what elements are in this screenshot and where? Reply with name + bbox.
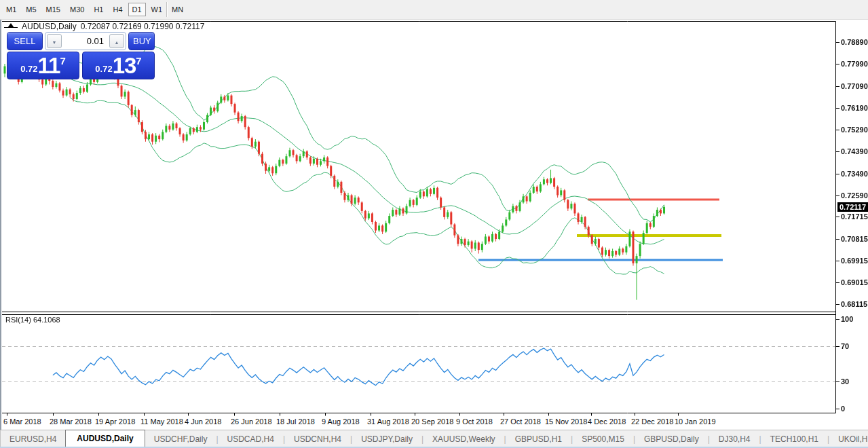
sell-button[interactable]: SELL bbox=[7, 32, 43, 50]
volume-spinner: ▼ 0.01 ▲ bbox=[45, 32, 126, 50]
sell-price-prefix: 0.72 bbox=[20, 64, 37, 74]
price-axis-label: 0.70815 bbox=[841, 235, 868, 243]
rsi-axis-label: 70 bbox=[841, 342, 849, 350]
date-axis-label: 26 Jun 2018 bbox=[231, 417, 272, 426]
buy-price-big: 13 bbox=[113, 56, 136, 76]
one-click-top-row: SELL ▼ 0.01 ▲ BUY bbox=[7, 32, 155, 50]
chart-ohlc-values: 0.72087 0.72169 0.71990 0.72117 bbox=[81, 22, 205, 31]
chevron-up-icon: ▲ bbox=[115, 40, 119, 45]
price-axis-label: 0.69915 bbox=[841, 257, 868, 265]
timeframe-button-mn[interactable]: MN bbox=[168, 3, 187, 16]
date-axis-label: 28 Mar 2018 bbox=[50, 417, 92, 426]
price-axis-label: 0.77990 bbox=[841, 60, 868, 68]
date-axis-label: 22 Dec 2018 bbox=[631, 417, 673, 426]
timeframe-button-m5[interactable]: M5 bbox=[22, 3, 40, 16]
price-axis-label: 0.77090 bbox=[841, 82, 868, 90]
price-axis-label: 0.72590 bbox=[841, 191, 868, 200]
chart-tab-ukoil-h1[interactable]: UKOil,H1 bbox=[829, 430, 868, 447]
price-axis-label: 0.74390 bbox=[841, 147, 868, 155]
price-axis-label: 0.78890 bbox=[841, 38, 868, 46]
timeframe-button-m30[interactable]: M30 bbox=[66, 3, 88, 16]
date-axis[interactable]: 6 Mar 201828 Mar 201819 Apr 201811 May 2… bbox=[0, 416, 837, 430]
buy-price-sup: 7 bbox=[136, 55, 141, 67]
chart-symbol-label: AUDUSD,Daily bbox=[22, 22, 77, 31]
price-axis-label: 0.68115 bbox=[841, 300, 867, 308]
price-axis-label: 0.71715 bbox=[841, 212, 868, 221]
toolbar-divider bbox=[166, 2, 168, 17]
chart-tab-tech100-h1[interactable]: TECH100,H1 bbox=[761, 430, 827, 447]
chart-tab-gbpusd-h1[interactable]: GBPUSD,H1 bbox=[506, 430, 571, 447]
chart-tab-usdcad-h4[interactable]: USDCAD,H4 bbox=[219, 430, 283, 447]
current-price-tag: 0.72117 bbox=[837, 202, 868, 212]
chart-shift-marker-icon bbox=[4, 23, 18, 30]
timeframe-button-h4[interactable]: H4 bbox=[109, 3, 126, 16]
price-axis-label: 0.76190 bbox=[841, 104, 868, 112]
date-axis-label: 11 May 2018 bbox=[140, 417, 183, 426]
date-axis-label: 15 Nov 2018 bbox=[545, 417, 587, 426]
timeframe-button-m1[interactable]: M1 bbox=[2, 3, 20, 16]
window-left-edge bbox=[0, 20, 1, 430]
chart-tab-usdcnh-h4[interactable]: USDCNH,H4 bbox=[285, 430, 350, 447]
date-axis-label: 18 Jul 2018 bbox=[276, 417, 315, 426]
timeframe-toolbar: M1M5M15M30H1H4D1W1MN bbox=[0, 0, 868, 20]
date-axis-label: 4 Dec 2018 bbox=[588, 417, 626, 426]
date-axis-label: 9 Oct 2018 bbox=[456, 417, 493, 426]
chart-title: AUDUSD,Daily 0.72087 0.72169 0.71990 0.7… bbox=[4, 22, 204, 31]
timeframe-button-m15[interactable]: M15 bbox=[42, 3, 64, 16]
date-axis-label: 10 Jan 2019 bbox=[675, 417, 716, 426]
date-axis-label: 6 Mar 2018 bbox=[3, 417, 41, 426]
volume-decrease-button[interactable]: ▼ bbox=[47, 34, 62, 48]
rsi-axis-label: 100 bbox=[841, 315, 853, 323]
price-axis-label: 0.73490 bbox=[841, 170, 868, 178]
chart-tab-xauusd-weekly[interactable]: XAUUSD,Weekly bbox=[423, 430, 504, 447]
chart-tab-audusd-daily[interactable]: AUDUSD,Daily bbox=[65, 430, 145, 447]
buy-price-prefix: 0.72 bbox=[95, 64, 112, 74]
price-axis-label: 0.69015 bbox=[841, 278, 868, 286]
date-axis-label: 27 Oct 2018 bbox=[500, 417, 541, 426]
chart-tab-bar: EURUSD,H4AUDUSD,DailyUSDCHF,Daily|USDCAD… bbox=[0, 430, 868, 447]
price-axis-label: 0.75290 bbox=[841, 126, 868, 134]
rsi-axis-label: 30 bbox=[841, 377, 849, 386]
chart-tab-gbpusd-daily[interactable]: GBPUSD,Daily bbox=[635, 430, 708, 447]
sell-price-big: 11 bbox=[38, 56, 60, 76]
chart-tab-sp500-m15[interactable]: SP500,M15 bbox=[573, 430, 633, 447]
buy-button[interactable]: BUY bbox=[128, 32, 155, 50]
rsi-indicator-label: RSI(14) 64.1068 bbox=[5, 316, 60, 324]
buy-price-box[interactable]: 0.72137 bbox=[82, 52, 155, 79]
chart-tab-dj30-h4[interactable]: DJ30,H4 bbox=[710, 430, 759, 447]
date-axis-label: 19 Apr 2018 bbox=[95, 417, 135, 426]
date-axis-label: 9 Aug 2018 bbox=[322, 417, 360, 426]
chart-tab-usdjpy-daily[interactable]: USDJPY,Daily bbox=[352, 430, 421, 447]
chart-window: AUDUSD,Daily 0.72087 0.72169 0.71990 0.7… bbox=[0, 20, 868, 430]
sell-price-sup: 7 bbox=[60, 55, 65, 67]
date-axis-label: 4 Jun 2018 bbox=[185, 417, 221, 426]
volume-value[interactable]: 0.01 bbox=[63, 36, 108, 46]
timeframe-button-d1[interactable]: D1 bbox=[128, 3, 146, 16]
price-axis[interactable]: 0.788900.779900.770900.761900.752900.743… bbox=[841, 20, 868, 416]
chevron-down-icon: ▼ bbox=[52, 40, 57, 45]
rsi-axis-label: 0 bbox=[841, 405, 845, 413]
timeframe-button-h1[interactable]: H1 bbox=[90, 3, 107, 16]
one-click-trading-panel: SELL ▼ 0.01 ▲ BUY 0.72117 0.72137 bbox=[7, 32, 155, 79]
volume-increase-button[interactable]: ▲ bbox=[109, 34, 124, 48]
sell-price-box[interactable]: 0.72117 bbox=[7, 52, 79, 79]
chart-tab-eurusd-h4[interactable]: EURUSD,H4 bbox=[1, 430, 65, 447]
chart-tab-usdchf-daily[interactable]: USDCHF,Daily bbox=[145, 430, 216, 447]
one-click-price-row: 0.72117 0.72137 bbox=[7, 52, 155, 79]
date-axis-label: 20 Sep 2018 bbox=[411, 417, 453, 426]
timeframe-button-w1[interactable]: W1 bbox=[147, 3, 167, 16]
date-axis-label: 31 Aug 2018 bbox=[367, 417, 409, 426]
